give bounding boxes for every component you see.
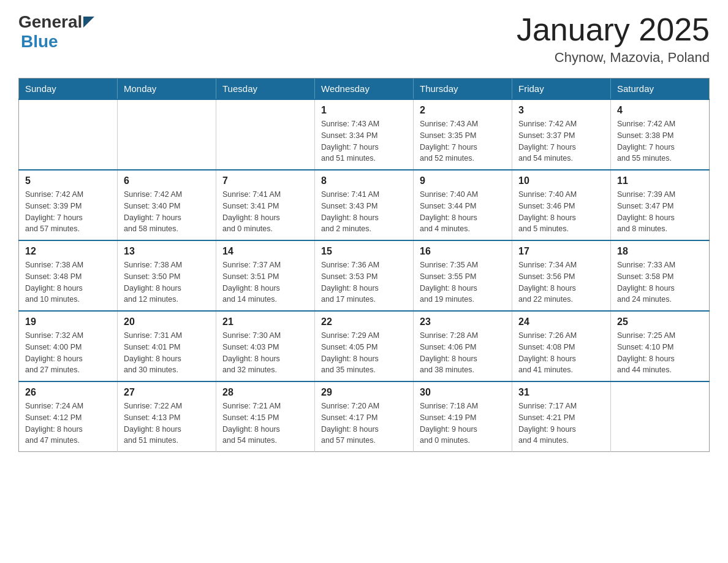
calendar-cell-4-5: 31Sunrise: 7:17 AM Sunset: 4:21 PM Dayli… xyxy=(512,381,611,452)
header-sunday: Sunday xyxy=(19,79,118,100)
page-header: General Blue January 2025 Chynow, Mazovi… xyxy=(18,12,710,66)
day-number: 1 xyxy=(321,105,407,116)
calendar-cell-4-1: 27Sunrise: 7:22 AM Sunset: 4:13 PM Dayli… xyxy=(118,381,216,452)
day-number: 18 xyxy=(617,246,703,257)
day-number: 6 xyxy=(124,175,210,186)
calendar-cell-1-2: 7Sunrise: 7:41 AM Sunset: 3:41 PM Daylig… xyxy=(216,170,315,240)
calendar-cell-0-1 xyxy=(118,99,216,170)
day-info: Sunrise: 7:20 AM Sunset: 4:17 PM Dayligh… xyxy=(321,400,407,446)
day-info: Sunrise: 7:41 AM Sunset: 3:43 PM Dayligh… xyxy=(321,189,407,235)
calendar-cell-4-3: 29Sunrise: 7:20 AM Sunset: 4:17 PM Dayli… xyxy=(315,381,414,452)
header-saturday: Saturday xyxy=(611,79,710,100)
day-info: Sunrise: 7:40 AM Sunset: 3:46 PM Dayligh… xyxy=(518,189,604,235)
calendar-cell-1-6: 11Sunrise: 7:39 AM Sunset: 3:47 PM Dayli… xyxy=(611,170,710,240)
calendar-cell-3-4: 23Sunrise: 7:28 AM Sunset: 4:06 PM Dayli… xyxy=(414,311,512,381)
title-block: January 2025 Chynow, Mazovia, Poland xyxy=(517,12,710,66)
logo: General Blue xyxy=(18,12,94,52)
day-number: 17 xyxy=(518,246,604,257)
day-info: Sunrise: 7:33 AM Sunset: 3:58 PM Dayligh… xyxy=(617,259,703,305)
calendar-cell-0-5: 3Sunrise: 7:42 AM Sunset: 3:37 PM Daylig… xyxy=(512,99,611,170)
day-info: Sunrise: 7:28 AM Sunset: 4:06 PM Dayligh… xyxy=(420,330,506,376)
day-number: 13 xyxy=(124,246,210,257)
calendar-cell-1-5: 10Sunrise: 7:40 AM Sunset: 3:46 PM Dayli… xyxy=(512,170,611,240)
day-number: 7 xyxy=(222,175,308,186)
day-info: Sunrise: 7:17 AM Sunset: 4:21 PM Dayligh… xyxy=(518,400,604,446)
calendar-row-4: 26Sunrise: 7:24 AM Sunset: 4:12 PM Dayli… xyxy=(19,381,710,452)
day-number: 24 xyxy=(518,316,604,327)
day-number: 16 xyxy=(420,246,506,257)
calendar-cell-2-0: 12Sunrise: 7:38 AM Sunset: 3:48 PM Dayli… xyxy=(19,240,118,311)
day-number: 31 xyxy=(518,387,604,398)
day-info: Sunrise: 7:42 AM Sunset: 3:39 PM Dayligh… xyxy=(25,189,111,235)
calendar-cell-0-4: 2Sunrise: 7:43 AM Sunset: 3:35 PM Daylig… xyxy=(414,99,512,170)
day-number: 29 xyxy=(321,387,407,398)
day-number: 10 xyxy=(518,175,604,186)
calendar-cell-1-4: 9Sunrise: 7:40 AM Sunset: 3:44 PM Daylig… xyxy=(414,170,512,240)
day-info: Sunrise: 7:42 AM Sunset: 3:37 PM Dayligh… xyxy=(518,118,604,164)
logo-arrow-icon xyxy=(83,17,94,28)
header-monday: Monday xyxy=(118,79,216,100)
day-info: Sunrise: 7:41 AM Sunset: 3:41 PM Dayligh… xyxy=(222,189,308,235)
day-info: Sunrise: 7:22 AM Sunset: 4:13 PM Dayligh… xyxy=(124,400,210,446)
day-number: 23 xyxy=(420,316,506,327)
day-info: Sunrise: 7:30 AM Sunset: 4:03 PM Dayligh… xyxy=(222,330,308,376)
calendar-row-3: 19Sunrise: 7:32 AM Sunset: 4:00 PM Dayli… xyxy=(19,311,710,381)
calendar-cell-0-0 xyxy=(19,99,118,170)
calendar-header-row: Sunday Monday Tuesday Wednesday Thursday… xyxy=(19,79,710,100)
day-info: Sunrise: 7:21 AM Sunset: 4:15 PM Dayligh… xyxy=(222,400,308,446)
day-info: Sunrise: 7:24 AM Sunset: 4:12 PM Dayligh… xyxy=(25,400,111,446)
day-info: Sunrise: 7:40 AM Sunset: 3:44 PM Dayligh… xyxy=(420,189,506,235)
day-number: 3 xyxy=(518,105,604,116)
calendar-cell-3-6: 25Sunrise: 7:25 AM Sunset: 4:10 PM Dayli… xyxy=(611,311,710,381)
day-number: 26 xyxy=(25,387,111,398)
day-info: Sunrise: 7:38 AM Sunset: 3:50 PM Dayligh… xyxy=(124,259,210,305)
day-number: 19 xyxy=(25,316,111,327)
calendar-cell-4-4: 30Sunrise: 7:18 AM Sunset: 4:19 PM Dayli… xyxy=(414,381,512,452)
day-number: 21 xyxy=(222,316,308,327)
day-number: 30 xyxy=(420,387,506,398)
day-info: Sunrise: 7:43 AM Sunset: 3:34 PM Dayligh… xyxy=(321,118,407,164)
calendar-cell-4-0: 26Sunrise: 7:24 AM Sunset: 4:12 PM Dayli… xyxy=(19,381,118,452)
calendar-cell-0-2 xyxy=(216,99,315,170)
day-info: Sunrise: 7:42 AM Sunset: 3:40 PM Dayligh… xyxy=(124,189,210,235)
calendar-cell-2-3: 15Sunrise: 7:36 AM Sunset: 3:53 PM Dayli… xyxy=(315,240,414,311)
calendar-cell-3-0: 19Sunrise: 7:32 AM Sunset: 4:00 PM Dayli… xyxy=(19,311,118,381)
header-friday: Friday xyxy=(512,79,611,100)
day-number: 5 xyxy=(25,175,111,186)
header-thursday: Thursday xyxy=(414,79,512,100)
day-info: Sunrise: 7:32 AM Sunset: 4:00 PM Dayligh… xyxy=(25,330,111,376)
day-info: Sunrise: 7:29 AM Sunset: 4:05 PM Dayligh… xyxy=(321,330,407,376)
day-number: 15 xyxy=(321,246,407,257)
day-number: 9 xyxy=(420,175,506,186)
day-number: 20 xyxy=(124,316,210,327)
calendar-cell-2-4: 16Sunrise: 7:35 AM Sunset: 3:55 PM Dayli… xyxy=(414,240,512,311)
calendar-row-2: 12Sunrise: 7:38 AM Sunset: 3:48 PM Dayli… xyxy=(19,240,710,311)
day-info: Sunrise: 7:38 AM Sunset: 3:48 PM Dayligh… xyxy=(25,259,111,305)
day-number: 12 xyxy=(25,246,111,257)
day-info: Sunrise: 7:42 AM Sunset: 3:38 PM Dayligh… xyxy=(617,118,703,164)
calendar-cell-4-2: 28Sunrise: 7:21 AM Sunset: 4:15 PM Dayli… xyxy=(216,381,315,452)
calendar-cell-1-0: 5Sunrise: 7:42 AM Sunset: 3:39 PM Daylig… xyxy=(19,170,118,240)
calendar-table: Sunday Monday Tuesday Wednesday Thursday… xyxy=(18,78,710,452)
calendar-title: January 2025 xyxy=(517,12,710,47)
day-info: Sunrise: 7:18 AM Sunset: 4:19 PM Dayligh… xyxy=(420,400,506,446)
calendar-cell-0-6: 4Sunrise: 7:42 AM Sunset: 3:38 PM Daylig… xyxy=(611,99,710,170)
calendar-row-1: 5Sunrise: 7:42 AM Sunset: 3:39 PM Daylig… xyxy=(19,170,710,240)
day-info: Sunrise: 7:34 AM Sunset: 3:56 PM Dayligh… xyxy=(518,259,604,305)
calendar-cell-1-3: 8Sunrise: 7:41 AM Sunset: 3:43 PM Daylig… xyxy=(315,170,414,240)
day-info: Sunrise: 7:26 AM Sunset: 4:08 PM Dayligh… xyxy=(518,330,604,376)
day-info: Sunrise: 7:35 AM Sunset: 3:55 PM Dayligh… xyxy=(420,259,506,305)
day-number: 28 xyxy=(222,387,308,398)
day-number: 8 xyxy=(321,175,407,186)
calendar-cell-4-6 xyxy=(611,381,710,452)
day-number: 14 xyxy=(222,246,308,257)
day-info: Sunrise: 7:39 AM Sunset: 3:47 PM Dayligh… xyxy=(617,189,703,235)
day-number: 25 xyxy=(617,316,703,327)
calendar-cell-3-1: 20Sunrise: 7:31 AM Sunset: 4:01 PM Dayli… xyxy=(118,311,216,381)
calendar-cell-2-5: 17Sunrise: 7:34 AM Sunset: 3:56 PM Dayli… xyxy=(512,240,611,311)
day-info: Sunrise: 7:31 AM Sunset: 4:01 PM Dayligh… xyxy=(124,330,210,376)
day-info: Sunrise: 7:25 AM Sunset: 4:10 PM Dayligh… xyxy=(617,330,703,376)
calendar-cell-2-1: 13Sunrise: 7:38 AM Sunset: 3:50 PM Dayli… xyxy=(118,240,216,311)
logo-blue-text: Blue xyxy=(21,32,58,51)
header-tuesday: Tuesday xyxy=(216,79,315,100)
